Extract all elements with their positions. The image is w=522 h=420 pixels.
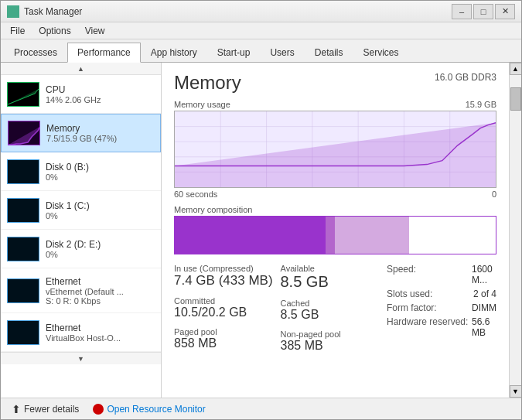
app-icon xyxy=(7,5,19,18)
committed-label: Committed xyxy=(174,296,281,306)
tab-details[interactable]: Details xyxy=(305,42,353,62)
sidebar-item-memory[interactable]: Memory 7.5/15.9 GB (47%) xyxy=(1,114,161,152)
disk0-value: 0% xyxy=(46,172,155,182)
tab-bar: Processes Performance App history Start-… xyxy=(1,39,521,63)
graph-max-label: 15.9 GB xyxy=(466,100,496,109)
window-title: Task Manager xyxy=(24,6,82,17)
speed-label: Speed: xyxy=(387,264,472,285)
tab-processes[interactable]: Processes xyxy=(4,42,67,62)
cpu-item-text: CPU 14% 2.06 GHz xyxy=(46,84,155,104)
menu-bar: File Options View xyxy=(1,22,521,39)
form-row: Form factor: DIMM xyxy=(387,302,496,313)
stat-committed: Committed 10.5/20.2 GB xyxy=(174,296,281,319)
comp-free xyxy=(409,217,496,254)
sidebar-scroll-up[interactable]: ▲ xyxy=(1,63,161,75)
resource-monitor-label: Open Resource Monitor xyxy=(107,404,205,415)
svg-rect-5 xyxy=(8,199,39,223)
graph-label-row: Memory usage 15.9 GB xyxy=(174,100,496,109)
ethernet1-item-text: Ethernet vEthernet (Default ... S: 0 R: … xyxy=(46,276,155,306)
tab-startup[interactable]: Start-up xyxy=(207,42,261,62)
resource-monitor-button[interactable]: Open Resource Monitor xyxy=(93,404,205,415)
graph-time-labels: 60 seconds 0 xyxy=(174,190,496,199)
close-button[interactable]: ✕ xyxy=(495,4,515,19)
scroll-track xyxy=(510,75,521,385)
sidebar-item-ethernet2[interactable]: Ethernet VirtualBox Host-O... xyxy=(1,313,161,352)
tab-users[interactable]: Users xyxy=(260,42,304,62)
sidebar-item-cpu[interactable]: CPU 14% 2.06 GHz xyxy=(1,75,161,114)
scroll-up-btn[interactable]: ▲ xyxy=(510,63,522,75)
stat-paged: Paged pool 858 MB xyxy=(174,327,281,350)
stats-grid: In use (Compressed) 7.4 GB (433 MB) Comm… xyxy=(174,264,496,360)
ethernet1-mini-graph xyxy=(7,278,39,303)
svg-rect-2 xyxy=(14,12,18,15)
scroll-down-btn[interactable]: ▼ xyxy=(510,385,522,398)
tab-app-history[interactable]: App history xyxy=(141,42,207,62)
menu-file[interactable]: File xyxy=(4,24,31,38)
disk2-item-text: Disk 2 (D: E:) 0% xyxy=(46,239,155,259)
detail-scrollbar: ▲ ▼ xyxy=(509,63,521,398)
comp-standby xyxy=(335,217,408,254)
cached-label: Cached xyxy=(281,299,387,308)
inuse-value: 7.4 GB (433 MB) xyxy=(174,273,281,289)
disk1-item-text: Disk 1 (C:) 0% xyxy=(46,200,155,220)
fewer-details-label: Fewer details xyxy=(24,404,79,415)
disk0-item-text: Disk 0 (B:) 0% xyxy=(46,162,155,182)
memory-usage-section: Memory usage 15.9 GB xyxy=(174,100,496,199)
scroll-thumb[interactable] xyxy=(510,87,521,111)
disk0-mini-graph xyxy=(7,159,39,184)
nonpaged-value: 385 MB xyxy=(281,339,387,353)
title-bar-left: Task Manager xyxy=(7,5,82,18)
svg-rect-1 xyxy=(14,7,18,11)
svg-rect-4 xyxy=(8,160,39,184)
stat-inuse: In use (Compressed) 7.4 GB (433 MB) xyxy=(174,264,281,289)
ethernet1-value: vEthernet (Default ... xyxy=(46,287,155,296)
disk1-mini-graph xyxy=(7,198,39,223)
composition-section: Memory composition xyxy=(174,205,496,254)
inuse-label: In use (Compressed) xyxy=(174,264,281,273)
svg-rect-7 xyxy=(8,279,39,303)
fewer-details-button[interactable]: ⬆ Fewer details xyxy=(7,401,84,417)
paged-label: Paged pool xyxy=(174,327,281,336)
slots-row: Slots used: 2 of 4 xyxy=(387,289,496,299)
memory-graph xyxy=(174,111,496,188)
maximize-button[interactable]: □ xyxy=(473,4,493,19)
disk2-value: 0% xyxy=(46,250,155,259)
sidebar-item-disk0[interactable]: Disk 0 (B:) 0% xyxy=(1,152,161,191)
menu-view[interactable]: View xyxy=(79,24,111,38)
ethernet1-value2: S: 0 R: 0 Kbps xyxy=(46,296,155,306)
tab-performance[interactable]: Performance xyxy=(67,43,141,63)
slots-value: 2 of 4 xyxy=(473,289,496,299)
sidebar-item-ethernet1[interactable]: Ethernet vEthernet (Default ... S: 0 R: … xyxy=(1,268,161,313)
sidebar-scroll-down[interactable]: ▼ xyxy=(1,352,161,364)
stats-col-1: In use (Compressed) 7.4 GB (433 MB) Comm… xyxy=(174,264,281,360)
bottom-bar: ⬆ Fewer details Open Resource Monitor xyxy=(1,398,521,419)
hw-reserved-row: Hardware reserved: 56.6 MB xyxy=(387,316,496,338)
sidebar: ▲ CPU 14% 2.06 GHz xyxy=(1,63,162,398)
time-right-label: 0 xyxy=(492,190,496,199)
disk1-name: Disk 1 (C:) xyxy=(46,200,155,211)
menu-options[interactable]: Options xyxy=(32,24,77,38)
cpu-value: 14% 2.06 GHz xyxy=(46,95,155,104)
detail-header: Memory 16.0 GB DDR3 xyxy=(174,72,496,94)
available-label: Available xyxy=(281,264,387,273)
svg-rect-0 xyxy=(9,9,12,15)
slots-label: Slots used: xyxy=(387,289,472,299)
paged-value: 858 MB xyxy=(174,336,281,350)
comp-modified xyxy=(326,217,335,254)
graph-usage-label: Memory usage xyxy=(174,100,230,109)
memory-item-text: Memory 7.5/15.9 GB (47%) xyxy=(46,123,154,143)
detail-title: Memory xyxy=(174,72,241,94)
tab-services[interactable]: Services xyxy=(353,42,408,62)
disk2-mini-graph xyxy=(7,237,39,261)
memory-name: Memory xyxy=(46,123,154,134)
ethernet2-name: Ethernet xyxy=(46,323,155,333)
title-bar: Task Manager – □ ✕ xyxy=(1,1,521,22)
minimize-button[interactable]: – xyxy=(452,4,472,19)
available-value: 8.5 GB xyxy=(281,273,387,291)
sidebar-item-disk1[interactable]: Disk 1 (C:) 0% xyxy=(1,191,161,230)
memory-value: 7.5/15.9 GB (47%) xyxy=(46,134,154,143)
sidebar-item-disk2[interactable]: Disk 2 (D: E:) 0% xyxy=(1,230,161,268)
cpu-mini-graph xyxy=(7,82,39,107)
window-controls: – □ ✕ xyxy=(452,4,515,19)
disk2-name: Disk 2 (D: E:) xyxy=(46,239,155,250)
